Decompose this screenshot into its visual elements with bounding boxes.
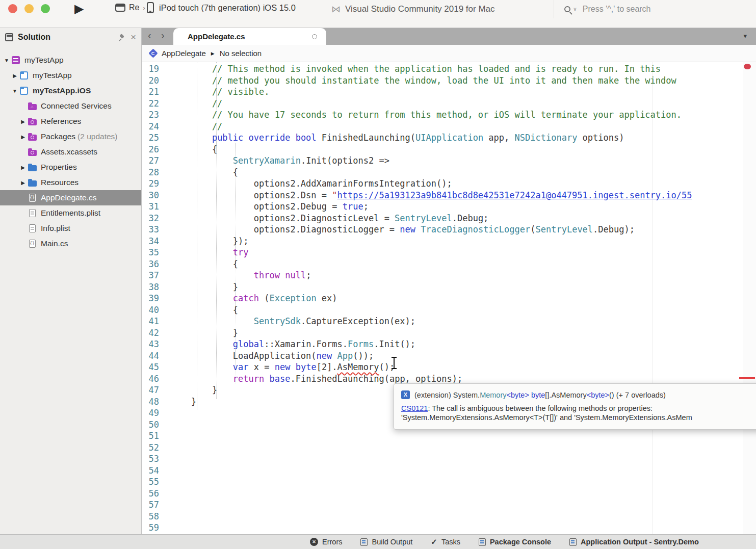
tree-item-entitlements-plist[interactable]: Entitlements.plist xyxy=(0,205,141,221)
code-line[interactable]: 34 }); xyxy=(142,236,743,248)
code-line[interactable]: 52 xyxy=(142,442,743,454)
window-minimize-button[interactable] xyxy=(24,4,34,13)
search-input[interactable]: ˅ Press '^,' to search xyxy=(554,0,756,18)
code-line[interactable]: 39 catch (Exception ex) xyxy=(142,293,743,305)
line-number[interactable]: 34 xyxy=(142,236,170,248)
line-number[interactable]: 24 xyxy=(142,121,170,133)
tree-item-info-plist[interactable]: Info.plist xyxy=(0,221,141,236)
line-number[interactable]: 26 xyxy=(142,144,170,156)
code-line[interactable]: 29 options2.AddXamarinFormsIntegration()… xyxy=(142,178,743,190)
error-code-link[interactable]: CS0121 xyxy=(401,404,428,412)
code-line[interactable]: 55 xyxy=(142,477,743,488)
line-number[interactable]: 55 xyxy=(142,477,170,488)
line-number[interactable]: 20 xyxy=(142,75,170,87)
code-line[interactable]: 24 // xyxy=(142,121,743,133)
code-editor[interactable]: 19 // This method is invoked when the ap… xyxy=(142,62,743,534)
code-line[interactable]: 58 xyxy=(142,511,743,523)
navigate-forward-button[interactable]: › xyxy=(161,30,165,41)
line-number[interactable]: 19 xyxy=(142,64,170,75)
line-number[interactable]: 56 xyxy=(142,488,170,500)
tree-item-connected-services[interactable]: ∴Connected Services xyxy=(0,98,141,114)
bottom-pad-build-output[interactable]: Build Output xyxy=(360,538,412,546)
line-number[interactable]: 23 xyxy=(142,110,170,121)
code-line[interactable]: 26 { xyxy=(142,144,743,156)
disclosure-icon[interactable]: ▶ xyxy=(11,73,18,79)
bottom-pad-package-console[interactable]: Package Console xyxy=(479,538,551,546)
tree-item-resources[interactable]: ▶Resources xyxy=(0,175,141,190)
line-number[interactable]: 57 xyxy=(142,500,170,511)
line-number[interactable]: 35 xyxy=(142,247,170,259)
code-area[interactable]: 19 // This method is invoked when the ap… xyxy=(142,64,743,534)
line-number[interactable]: 46 xyxy=(142,374,170,385)
disclosure-icon[interactable]: ▶ xyxy=(19,119,27,124)
disclosure-icon[interactable]: ▼ xyxy=(3,58,10,63)
device-selector[interactable]: iPod touch (7th generation) iOS 15.0 xyxy=(147,2,296,13)
line-number[interactable]: 48 xyxy=(142,397,170,408)
run-button[interactable]: ▶ xyxy=(74,2,84,16)
disclosure-icon[interactable]: ▶ xyxy=(19,134,27,140)
line-number[interactable]: 43 xyxy=(142,339,170,351)
tree-item-assets-xcassets[interactable]: Assets.xcassets xyxy=(0,144,141,160)
tree-item-main-cs[interactable]: {}Main.cs xyxy=(0,236,141,251)
line-number[interactable]: 49 xyxy=(142,408,170,420)
window-close-button[interactable] xyxy=(8,4,17,13)
line-number[interactable]: 31 xyxy=(142,201,170,213)
code-line[interactable]: 38 } xyxy=(142,282,743,294)
code-line[interactable]: 43 global::Xamarin.Forms.Forms.Init(); xyxy=(142,339,743,351)
dsn-url-link[interactable]: https://5a193123a9b841bc8d8e42531e7242a1… xyxy=(337,190,692,200)
code-line[interactable]: 20 // method you should instantiate the … xyxy=(142,75,743,87)
line-number[interactable]: 27 xyxy=(142,155,170,167)
code-line[interactable]: 25 public override bool FinishedLaunchin… xyxy=(142,133,743,144)
tree-item-packages[interactable]: ▶Packages(2 updates) xyxy=(0,129,141,144)
close-icon[interactable]: × xyxy=(131,34,136,41)
line-number[interactable]: 53 xyxy=(142,454,170,465)
navigate-back-button[interactable]: ‹ xyxy=(148,30,151,41)
line-number[interactable]: 37 xyxy=(142,270,170,282)
line-number[interactable]: 30 xyxy=(142,190,170,202)
line-number[interactable]: 28 xyxy=(142,167,170,179)
pin-icon[interactable] xyxy=(118,33,126,41)
disclosure-icon[interactable]: ▼ xyxy=(11,88,18,94)
line-number[interactable]: 58 xyxy=(142,511,170,523)
code-line[interactable]: 19 // This method is invoked when the ap… xyxy=(142,64,743,75)
code-line[interactable]: 28 { xyxy=(142,167,743,179)
code-line[interactable]: 35 try xyxy=(142,247,743,259)
window-zoom-button[interactable] xyxy=(41,4,50,13)
line-number[interactable]: 42 xyxy=(142,328,170,339)
line-number[interactable]: 32 xyxy=(142,213,170,225)
tab-list-dropdown[interactable]: ▾ xyxy=(743,32,747,40)
breadcrumb-selection[interactable]: No selection xyxy=(220,49,262,58)
line-number[interactable]: 33 xyxy=(142,224,170,236)
line-number[interactable]: 51 xyxy=(142,431,170,442)
code-line[interactable]: 59 xyxy=(142,522,743,534)
tab-appdelegate[interactable]: AppDelegate.cs xyxy=(173,28,326,45)
code-line[interactable]: 30 options2.Dsn = "https://5a193123a9b84… xyxy=(142,190,743,202)
line-number[interactable]: 29 xyxy=(142,178,170,190)
code-line[interactable]: 31 options2.Debug = true; xyxy=(142,201,743,213)
tree-item-mytestapp-ios[interactable]: ▼myTestApp.iOS xyxy=(0,83,141,98)
disclosure-icon[interactable]: ▶ xyxy=(19,165,27,170)
line-number[interactable]: 22 xyxy=(142,98,170,110)
code-line[interactable]: 33 options2.DiagnosticLogger = new Trace… xyxy=(142,224,743,236)
line-number[interactable]: 38 xyxy=(142,282,170,294)
line-number[interactable]: 21 xyxy=(142,87,170,98)
code-line[interactable]: 37 throw null; xyxy=(142,270,743,282)
line-number[interactable]: 47 xyxy=(142,385,170,397)
line-number[interactable]: 50 xyxy=(142,420,170,431)
breadcrumb-scope[interactable]: AppDelegate xyxy=(162,49,206,58)
code-line[interactable]: 57 xyxy=(142,500,743,511)
code-line[interactable]: 40 { xyxy=(142,305,743,317)
line-number[interactable]: 39 xyxy=(142,293,170,305)
tree-item-properties[interactable]: ▶Properties xyxy=(0,160,141,175)
code-line[interactable]: 27 SentryXamarin.Init(options2 => xyxy=(142,155,743,167)
line-number[interactable]: 40 xyxy=(142,305,170,317)
code-line[interactable]: 53 xyxy=(142,454,743,465)
line-number[interactable]: 54 xyxy=(142,465,170,477)
code-line[interactable]: 42 } xyxy=(142,328,743,339)
code-line[interactable]: 44 LoadApplication(new App()); xyxy=(142,351,743,362)
code-line[interactable]: 51 xyxy=(142,431,743,442)
bottom-pad-application-output-sentry-demo[interactable]: Application Output - Sentry.Demo xyxy=(569,538,699,546)
line-number[interactable]: 41 xyxy=(142,316,170,328)
code-line[interactable]: 41 SentrySdk.CaptureException(ex); xyxy=(142,316,743,328)
line-number[interactable]: 44 xyxy=(142,351,170,362)
